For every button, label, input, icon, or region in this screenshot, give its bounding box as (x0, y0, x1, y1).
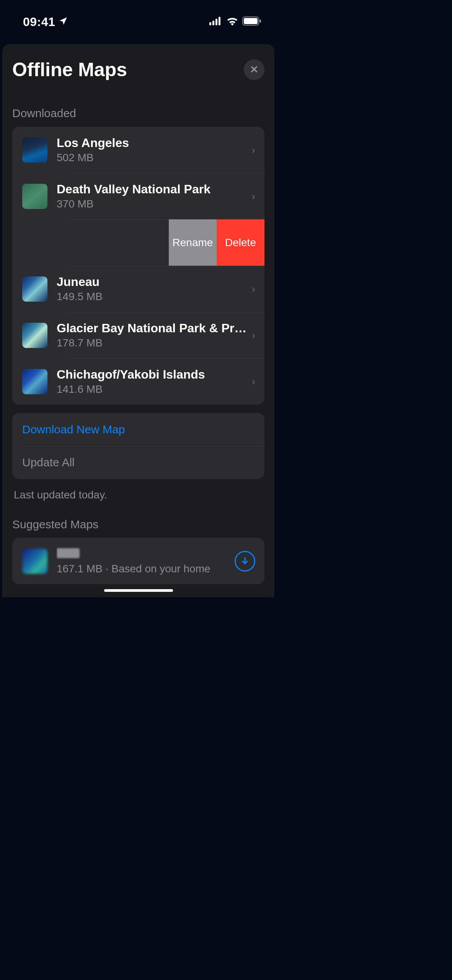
map-row-text: Death Valley National Park 370 MB (57, 182, 247, 210)
offline-maps-sheet: Offline Maps Downloaded Los Angeles 502 … (2, 44, 274, 597)
map-row-text: Glacier Bay National Park & Preser... 17… (57, 321, 247, 349)
chevron-right-icon: › (252, 376, 255, 388)
map-row-text: Los Angeles 502 MB (57, 136, 247, 164)
svg-rect-0 (209, 22, 211, 25)
status-right (209, 16, 261, 27)
map-row-text: 167.1 MB · Based on your home (57, 547, 230, 575)
svg-rect-6 (259, 20, 261, 23)
svg-rect-3 (219, 17, 220, 25)
map-row-juneau[interactable]: Juneau 149.5 MB › (12, 266, 264, 312)
map-name: Death Valley National Park (57, 182, 247, 196)
map-size: 370 MB (57, 198, 247, 210)
map-thumbnail (22, 369, 47, 394)
suggested-map-sub: 167.1 MB · Based on your home (57, 563, 230, 575)
page-title: Offline Maps (12, 59, 127, 81)
location-arrow-icon (58, 16, 68, 28)
phone-frame: 09:41 Offline Maps (0, 0, 277, 597)
cellular-signal-icon (209, 17, 222, 27)
wifi-icon (226, 16, 238, 27)
map-thumbnail (22, 276, 47, 302)
chevron-right-icon: › (252, 283, 255, 295)
actions-list: Download New Map Update All (12, 413, 264, 479)
chevron-right-icon: › (252, 144, 255, 156)
map-name: Chichagof/Yakobi Islands (57, 368, 247, 382)
status-left: 09:41 (23, 15, 68, 29)
map-thumbnail (22, 184, 47, 209)
status-bar: 09:41 (0, 0, 277, 34)
last-updated-footnote: Last updated today. (2, 479, 274, 505)
svg-rect-2 (215, 19, 217, 25)
suggested-map-row[interactable]: 167.1 MB · Based on your home (12, 538, 264, 584)
suggested-list: 167.1 MB · Based on your home (12, 538, 264, 584)
map-row-text: Chichagof/Yakobi Islands 141.6 MB (57, 368, 247, 395)
map-thumbnail (22, 137, 47, 163)
swipe-actions: Rename Delete (169, 219, 264, 266)
map-size: 178.7 MB (57, 337, 247, 349)
map-thumbnail (22, 323, 47, 348)
map-row-swiped[interactable]: ty › Rename Delete (12, 219, 264, 266)
suggested-map-hint: Based on your home (111, 563, 210, 575)
map-size: 149.5 MB (57, 291, 247, 303)
close-icon (250, 63, 258, 76)
rename-button[interactable]: Rename (169, 219, 217, 266)
svg-rect-5 (244, 18, 258, 24)
update-all-button[interactable]: Update All (12, 446, 264, 479)
map-name: Los Angeles (57, 136, 247, 150)
map-row-glacier-bay[interactable]: Glacier Bay National Park & Preser... 17… (12, 312, 264, 358)
download-new-map-button[interactable]: Download New Map (12, 413, 264, 446)
suggested-map-size: 167.1 MB (57, 563, 103, 575)
battery-icon (242, 16, 261, 27)
suggested-section-label: Suggested Maps (2, 505, 274, 538)
download-arrow-icon (240, 556, 250, 566)
map-row-los-angeles[interactable]: Los Angeles 502 MB › (12, 127, 264, 173)
map-row-death-valley[interactable]: Death Valley National Park 370 MB › (12, 173, 264, 219)
close-button[interactable] (244, 59, 264, 80)
sheet-header: Offline Maps (2, 59, 274, 96)
map-size: 502 MB (57, 152, 247, 164)
svg-rect-1 (212, 21, 214, 25)
downloaded-list: Los Angeles 502 MB › Death Valley Nation… (12, 127, 264, 405)
download-button[interactable] (235, 551, 255, 572)
home-indicator[interactable] (104, 589, 173, 592)
map-thumbnail (22, 549, 47, 574)
map-row-chichagof[interactable]: Chichagof/Yakobi Islands 141.6 MB › (12, 358, 264, 405)
chevron-right-icon: › (252, 190, 255, 203)
delete-button[interactable]: Delete (217, 219, 264, 266)
map-size: 141.6 MB (57, 383, 247, 395)
suggested-map-name-redacted (57, 547, 230, 561)
chevron-right-icon: › (252, 329, 255, 341)
status-time: 09:41 (23, 15, 55, 29)
map-row-text: Juneau 149.5 MB (57, 275, 247, 303)
downloaded-section-label: Downloaded (2, 96, 274, 127)
map-name: Juneau (57, 275, 247, 289)
map-name: Glacier Bay National Park & Preser... (57, 321, 247, 335)
